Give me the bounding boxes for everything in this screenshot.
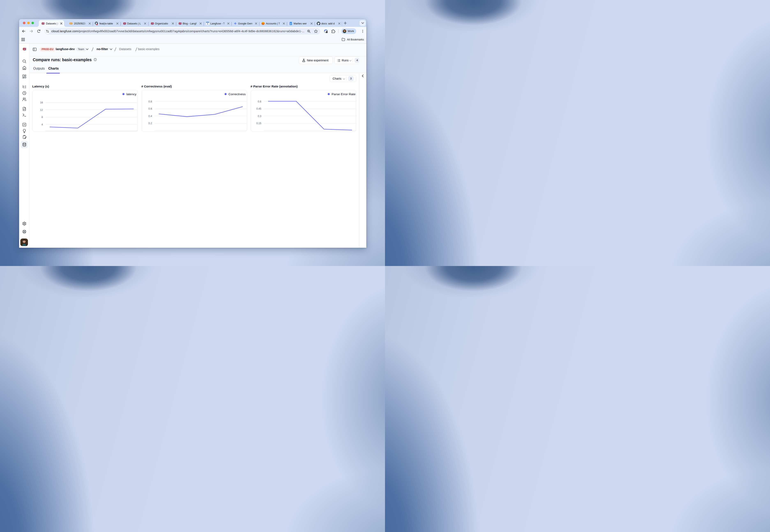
svg-text:12: 12 (40, 109, 43, 111)
svg-text:0.45: 0.45 (256, 107, 261, 110)
svg-text:16: 16 (40, 101, 43, 104)
svg-text:0.3: 0.3 (258, 115, 261, 118)
svg-text:0.6: 0.6 (148, 107, 152, 110)
svg-text:Correctness: Correctness (229, 92, 246, 96)
svg-text:8: 8 (41, 116, 43, 119)
svg-text:Parse Error Rate: Parse Error Rate (332, 92, 355, 96)
svg-text:0.4: 0.4 (148, 115, 152, 118)
svg-text:0.8: 0.8 (148, 100, 152, 103)
svg-text:4: 4 (41, 123, 43, 126)
svg-text:latency: latency (126, 92, 136, 96)
svg-text:0.6: 0.6 (258, 100, 261, 103)
svg-text:6: 6 (207, 23, 208, 25)
svg-text:0.15: 0.15 (256, 122, 261, 125)
svg-text:0.2: 0.2 (148, 122, 152, 125)
